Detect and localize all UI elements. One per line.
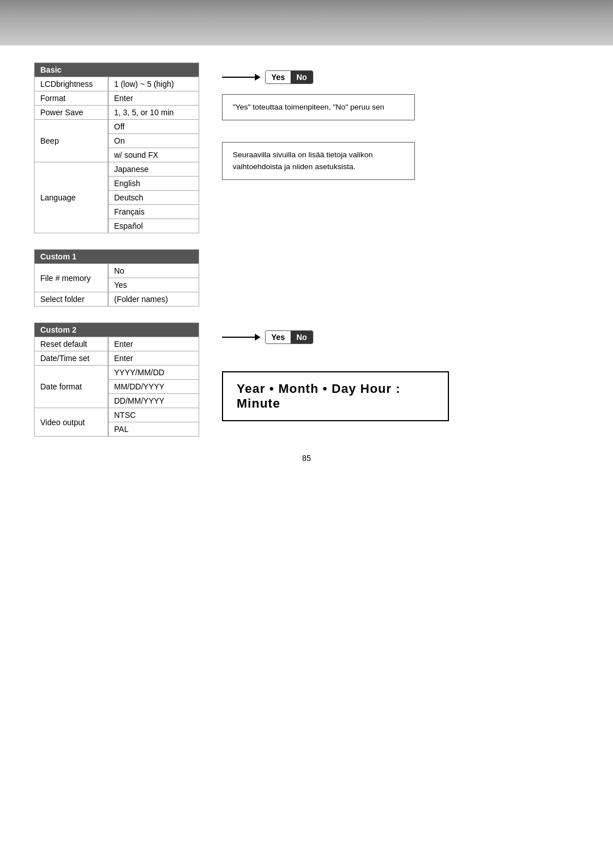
custom1-row-folder: Select folder (Folder names) [35, 292, 199, 307]
custom2-value-video-1: NTSC [108, 408, 199, 422]
yes-label: Yes [266, 71, 291, 83]
custom2-value-datefmt-1: YYYY/MM/DD [108, 366, 199, 380]
custom1-value-folder: (Folder names) [108, 292, 199, 307]
basic-row-powersave: Power Save 1, 3, 5, or 10 min [35, 106, 199, 120]
basic-value-beep-3: w/ sound FX [108, 148, 199, 162]
basic-row-lcd: LCDbrightness 1 (low) ~ 5 (high) [35, 77, 199, 91]
yes-label-2: Yes [266, 331, 291, 343]
custom1-value-file-1: No [108, 264, 199, 278]
basic-menu-table: Basic LCDbrightness 1 (low) ~ 5 (high) F… [34, 62, 199, 233]
basic-value-lang-5: Español [108, 219, 199, 233]
custom2-value-video-2: PAL [108, 422, 199, 437]
basic-label-powersave: Power Save [35, 106, 108, 120]
custom1-menu-section: Custom 1 File # memory No Yes [34, 249, 579, 307]
custom1-row-file: File # memory No [35, 264, 199, 278]
custom2-yesno-area: Yes No [222, 330, 579, 344]
custom2-menu-section: Custom 2 Reset default Enter Date/Time s… [34, 322, 579, 437]
basic-value-lang-4: Français [108, 205, 199, 219]
custom2-label-video: Video output [35, 408, 108, 437]
custom2-menu-header: Custom 2 [35, 323, 199, 337]
basic-value-format: Enter [108, 91, 199, 106]
basic-menu-header: Basic [35, 63, 199, 77]
custom2-row-datefmt: Date format YYYY/MM/DD [35, 366, 199, 380]
custom2-value-datefmt-3: DD/MM/YYYY [108, 394, 199, 408]
basic-value-beep-1: Off [108, 120, 199, 134]
custom1-menu-header: Custom 1 [35, 250, 199, 264]
yes-no-badge-2: Yes No [265, 330, 313, 344]
basic-value-powersave: 1, 3, 5, or 10 min [108, 106, 199, 120]
basic-yesno-area: Yes No [222, 70, 579, 84]
custom2-value-reset: Enter [108, 337, 199, 351]
custom1-value-file-2: Yes [108, 278, 199, 292]
custom1-label-folder: Select folder [35, 292, 108, 307]
custom2-value-datetime: Enter [108, 351, 199, 366]
basic-menu-section: Basic LCDbrightness 1 (low) ~ 5 (high) F… [34, 62, 579, 233]
no-label-2: No [291, 331, 313, 343]
custom2-label-datefmt: Date format [35, 366, 108, 408]
basic-value-lang-1: Japanese [108, 162, 199, 177]
callout-1: "Yes" toteuttaa toimenpiteen, "No" peruu… [222, 94, 415, 120]
basic-row-format: Format Enter [35, 91, 199, 106]
callout-2-text: Seuraavilla sivuilla on lisää tietoja va… [233, 150, 373, 170]
basic-row-beep: Beep Off [35, 120, 199, 134]
basic-label-beep: Beep [35, 120, 108, 162]
basic-row-lang: Language Japanese [35, 162, 199, 177]
basic-label-lcd: LCDbrightness [35, 77, 108, 91]
custom1-label-file: File # memory [35, 264, 108, 292]
basic-value-beep-2: On [108, 134, 199, 148]
basic-value-lang-3: Deutsch [108, 191, 199, 205]
custom2-row-video: Video output NTSC [35, 408, 199, 422]
callout-2: Seuraavilla sivuilla on lisää tietoja va… [222, 142, 415, 180]
no-label: No [291, 71, 313, 83]
custom2-row-reset: Reset default Enter [35, 337, 199, 351]
custom2-menu-table: Custom 2 Reset default Enter Date/Time s… [34, 322, 199, 437]
basic-label-language: Language [35, 162, 108, 233]
basic-value-lang-2: English [108, 177, 199, 191]
custom2-row-datetime: Date/Time set Enter [35, 351, 199, 366]
custom2-label-reset: Reset default [35, 337, 108, 351]
page-number: 85 [34, 454, 579, 463]
yes-no-badge: Yes No [265, 70, 313, 84]
custom2-label-datetime: Date/Time set [35, 351, 108, 366]
custom1-menu-table: Custom 1 File # memory No Yes [34, 249, 199, 307]
basic-value-lcd: 1 (low) ~ 5 (high) [108, 77, 199, 91]
callout-3: Year • Month • Day Hour : Minute [222, 371, 449, 421]
custom2-value-datefmt-2: MM/DD/YYYY [108, 380, 199, 394]
top-bar [0, 0, 613, 45]
callout-3-text: Year • Month • Day Hour : Minute [237, 381, 401, 410]
basic-label-format: Format [35, 91, 108, 106]
callout-1-text: "Yes" toteuttaa toimenpiteen, "No" peruu… [233, 103, 384, 111]
